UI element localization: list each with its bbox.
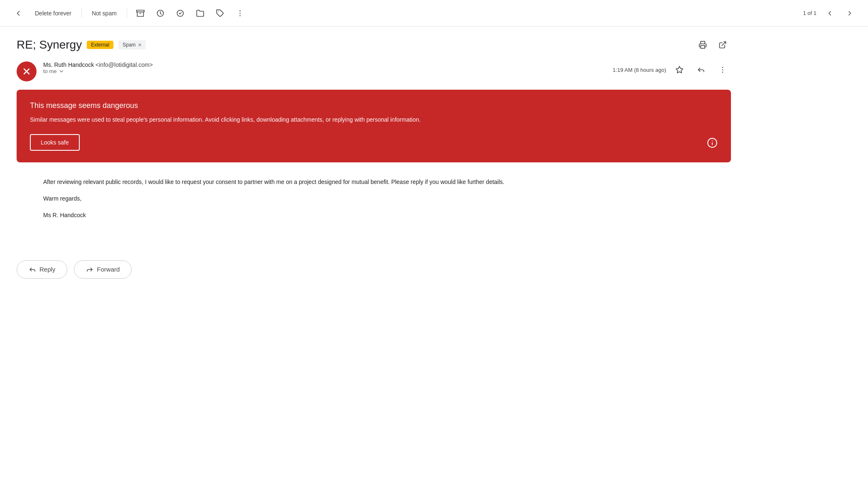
sender-avatar [17,61,37,81]
next-email-button[interactable] [841,5,858,22]
not-spam-button[interactable]: Not spam [87,7,122,20]
sender-meta: 1:19 AM (8 hours ago) [613,61,731,78]
forward-button-label: Forward [97,266,120,273]
action-buttons: Reply Forward [17,244,731,295]
email-body: After reviewing relevant public records,… [17,174,731,243]
svg-point-7 [240,15,241,16]
svg-point-15 [722,72,723,73]
toolbar-right: 1 of 1 [803,5,858,22]
sender-to-row[interactable]: to me [43,68,606,74]
sender-name: Ms. Ruth Handcock <info@lotidigital.com> [43,61,153,68]
svg-point-5 [240,10,241,11]
subject-actions [694,37,731,53]
email-container: RE; Synergy External Spam × Ms. Ruth Han… [0,27,748,305]
mark-as-task-button[interactable] [172,5,189,22]
danger-info-icon[interactable] [707,137,718,151]
open-in-window-button[interactable] [714,37,731,53]
toolbar: Delete forever Not spam 1 of 1 [0,0,868,27]
toolbar-divider [81,8,82,18]
delete-forever-button[interactable]: Delete forever [30,7,76,20]
label-button[interactable] [212,5,228,22]
forward-button[interactable]: Forward [74,260,132,279]
email-signature-name: Ms R. Handcock [43,211,731,220]
svg-line-9 [722,42,726,46]
email-signature: Warm regards, Ms R. Handcock [43,194,731,220]
external-badge: External [87,41,113,49]
toolbar-divider-2 [127,8,127,18]
reply-button-header[interactable] [693,61,709,78]
reply-button[interactable]: Reply [17,260,67,279]
danger-body: Similar messages were used to steal peop… [30,115,528,124]
danger-banner: This message seems dangerous Similar mes… [17,90,731,162]
email-subject: RE; Synergy [17,38,82,51]
move-to-button[interactable] [192,5,208,22]
svg-rect-8 [701,46,705,49]
email-closing: Warm regards, [43,194,731,204]
toolbar-left: Delete forever Not spam [10,5,799,22]
sender-email: <info@lotidigital.com> [96,61,153,68]
svg-point-6 [240,12,241,14]
star-button[interactable] [671,61,688,78]
more-email-actions-button[interactable] [714,61,731,78]
svg-marker-12 [676,66,683,73]
pagination-text: 1 of 1 [803,10,817,16]
back-button[interactable] [10,5,27,22]
more-actions-button[interactable] [232,5,248,22]
svg-point-13 [722,67,723,68]
prev-email-button[interactable] [821,5,838,22]
reply-button-label: Reply [39,266,55,273]
svg-rect-0 [137,10,144,12]
sender-row: Ms. Ruth Handcock <info@lotidigital.com>… [17,61,731,81]
sender-name-line: Ms. Ruth Handcock <info@lotidigital.com> [43,61,606,68]
sender-info: Ms. Ruth Handcock <info@lotidigital.com>… [43,61,606,74]
email-timestamp: 1:19 AM (8 hours ago) [613,67,666,73]
remove-spam-badge-button[interactable]: × [138,42,142,48]
snooze-button[interactable] [152,5,169,22]
subject-row: RE; Synergy External Spam × [17,37,731,53]
svg-point-14 [722,69,723,71]
spam-badge-label: Spam [123,42,135,48]
archive-button[interactable] [132,5,149,22]
danger-title: This message seems dangerous [30,101,718,110]
spam-badge: Spam × [118,40,146,49]
sender-to-text: to me [43,68,57,74]
print-button[interactable] [694,37,711,53]
forward-icon [86,266,93,273]
looks-safe-button[interactable]: Looks safe [30,134,80,151]
reply-icon [29,266,36,273]
email-body-paragraph: After reviewing relevant public records,… [43,177,731,187]
